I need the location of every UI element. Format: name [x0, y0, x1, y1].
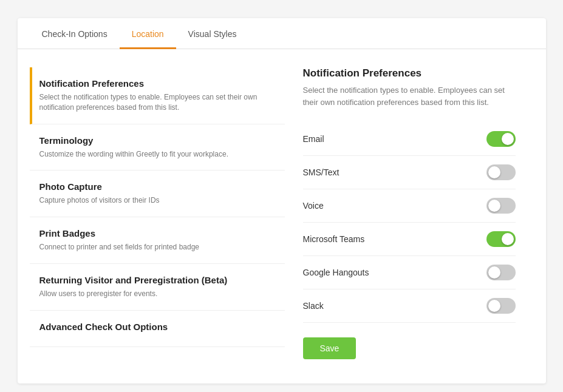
toggle-google-hangouts[interactable] — [486, 265, 516, 280]
sidebar-item-title: Notification Preferences — [39, 78, 275, 89]
sidebar-item-title: Photo Capture — [39, 181, 275, 192]
sidebar-item-terminology[interactable]: Terminology Customize the wording within… — [30, 124, 285, 171]
toggle-row-voice: Voice — [303, 189, 516, 223]
toggle-slack[interactable] — [486, 298, 516, 314]
toggle-label-sms: SMS/Text — [303, 167, 340, 177]
sidebar-item-photo-capture[interactable]: Photo Capture Capture photos of visitors… — [30, 171, 285, 217]
sidebar-item-desc: Capture photos of visitors or their IDs — [39, 195, 275, 206]
sidebar-item-title: Returning Visitor and Preregistration (B… — [39, 275, 275, 285]
sidebar-item-title: Print Badges — [39, 228, 275, 238]
toggle-label-microsoft-teams: Microsoft Teams — [303, 234, 365, 244]
toggle-row-email: Email — [303, 123, 516, 156]
sidebar-item-advanced-check-out[interactable]: Advanced Check Out Options — [30, 311, 285, 347]
toggle-microsoft-teams[interactable] — [486, 231, 516, 247]
toggle-email[interactable] — [486, 131, 516, 147]
tabs-bar: Check-In Options Location Visual Styles — [18, 18, 546, 49]
toggle-voice[interactable] — [486, 198, 516, 214]
tab-location[interactable]: Location — [120, 18, 176, 49]
sidebar-item-title: Advanced Check Out Options — [39, 322, 275, 332]
toggle-label-google-hangouts: Google Hangouts — [303, 268, 369, 277]
toggle-label-email: Email — [303, 134, 324, 144]
detail-panel: Notification Preferences Select the noti… — [285, 67, 534, 359]
sidebar-item-title: Terminology — [39, 135, 275, 146]
toggle-label-slack: Slack — [303, 301, 324, 311]
toggle-row-sms: SMS/Text — [303, 156, 516, 189]
main-content: Notification Preferences Select the noti… — [18, 67, 546, 359]
sidebar: Notification Preferences Select the noti… — [30, 67, 285, 359]
sidebar-item-desc: Customize the wording within Greetly to … — [39, 149, 275, 160]
toggle-label-voice: Voice — [303, 201, 324, 211]
sidebar-item-desc: Select the notification types to enable.… — [39, 92, 275, 113]
toggle-row-google-hangouts: Google Hangouts — [303, 256, 516, 289]
sidebar-item-returning-visitor[interactable]: Returning Visitor and Preregistration (B… — [30, 264, 285, 311]
toggle-row-microsoft-teams: Microsoft Teams — [303, 223, 516, 256]
detail-subtitle: Select the notification types to enable.… — [303, 84, 516, 108]
tab-check-in-options[interactable]: Check-In Options — [30, 18, 120, 49]
sidebar-item-print-badges[interactable]: Print Badges Connect to printer and set … — [30, 217, 285, 264]
save-button[interactable]: Save — [303, 337, 357, 359]
toggle-sms[interactable] — [486, 164, 516, 180]
settings-page: Check-In Options Location Visual Styles … — [18, 18, 546, 384]
sidebar-item-desc: Allow users to preregister for events. — [39, 289, 275, 299]
sidebar-item-desc: Connect to printer and set fields for pr… — [39, 242, 275, 252]
tab-visual-styles[interactable]: Visual Styles — [176, 18, 249, 49]
sidebar-item-notification-preferences[interactable]: Notification Preferences Select the noti… — [30, 67, 285, 124]
detail-title: Notification Preferences — [303, 67, 516, 79]
toggle-row-slack: Slack — [303, 289, 516, 323]
